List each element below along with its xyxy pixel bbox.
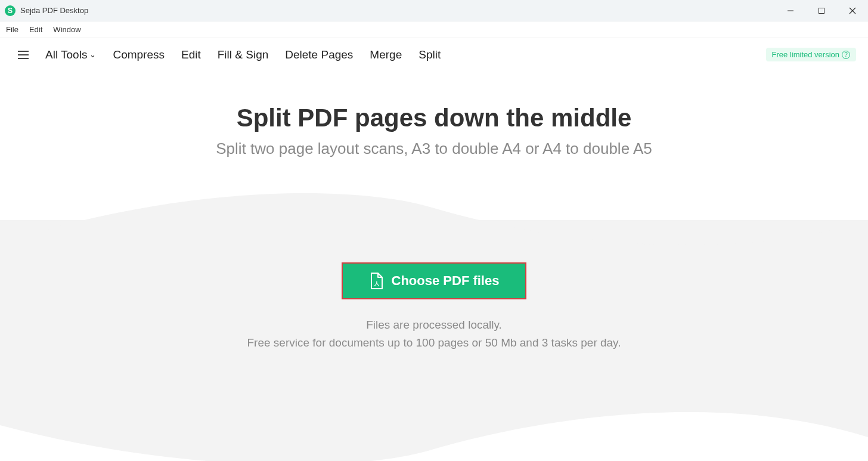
titlebar-left: S Sejda PDF Desktop: [5, 5, 88, 16]
tool-fill-sign[interactable]: Fill & Sign: [218, 48, 269, 61]
info-text: Files are processed locally. Free servic…: [0, 316, 868, 352]
content-area: Split PDF pages down the middle Split tw…: [0, 71, 868, 461]
wave-bottom-shape: [0, 389, 868, 461]
tool-compress[interactable]: Compress: [113, 48, 165, 61]
menu-edit[interactable]: Edit: [29, 25, 42, 34]
menubar: File Edit Window: [0, 21, 868, 38]
minimize-button[interactable]: [775, 0, 806, 21]
page-subtitle: Split two page layout scans, A3 to doubl…: [0, 140, 868, 158]
close-button[interactable]: [837, 0, 868, 21]
tool-edit[interactable]: Edit: [181, 48, 201, 61]
wave-top-shape: [0, 172, 868, 268]
app-icon: S: [5, 5, 16, 16]
tool-delete-pages[interactable]: Delete Pages: [285, 48, 353, 61]
toolbar-left: All Tools ⌄ Compress Edit Fill & Sign De…: [18, 48, 441, 61]
page-title: Split PDF pages down the middle: [0, 71, 868, 132]
info-line-1: Files are processed locally.: [0, 316, 868, 334]
all-tools-label: All Tools: [45, 48, 87, 61]
svg-rect-1: [819, 8, 824, 13]
menu-file[interactable]: File: [6, 25, 18, 34]
hamburger-icon[interactable]: [18, 51, 29, 59]
tool-split[interactable]: Split: [418, 48, 441, 61]
menu-window[interactable]: Window: [53, 25, 80, 34]
version-badge[interactable]: Free limited version ?: [766, 48, 856, 61]
info-line-2: Free service for documents up to 100 pag…: [0, 334, 868, 352]
titlebar: S Sejda PDF Desktop: [0, 0, 868, 21]
toolbar: All Tools ⌄ Compress Edit Fill & Sign De…: [0, 38, 868, 71]
svg-text:人: 人: [374, 281, 380, 286]
maximize-button[interactable]: [806, 0, 837, 21]
version-label: Free limited version: [772, 50, 839, 59]
app-title: Sejda PDF Desktop: [20, 6, 88, 15]
choose-pdf-button[interactable]: 人 Choose PDF files: [342, 262, 526, 299]
window-controls: [775, 0, 868, 21]
tool-merge[interactable]: Merge: [370, 48, 402, 61]
chevron-down-icon: ⌄: [89, 50, 96, 59]
help-icon: ?: [842, 51, 850, 59]
all-tools-dropdown[interactable]: All Tools ⌄: [45, 48, 96, 61]
choose-pdf-label: Choose PDF files: [392, 273, 500, 289]
pdf-file-icon: 人: [369, 273, 383, 289]
